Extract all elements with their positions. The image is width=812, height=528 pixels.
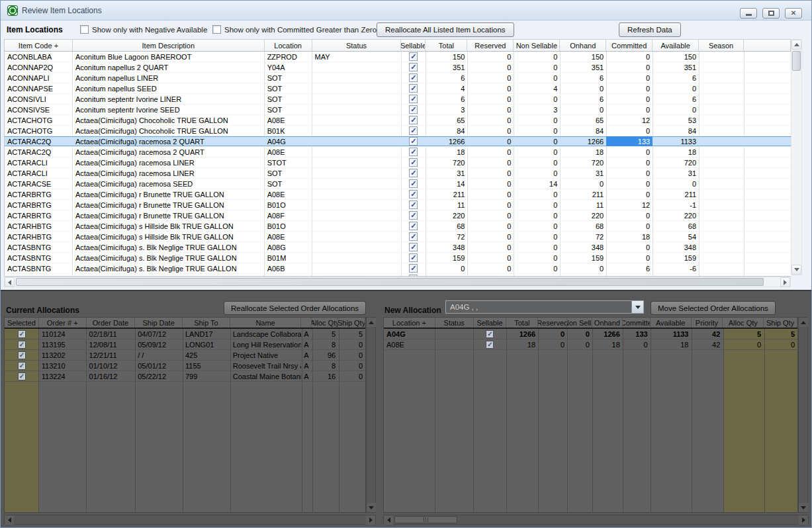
table-row[interactable]: ACTARAC2QActaea(Cimicifuga) racemosa 2 Q… (5, 136, 791, 147)
table-row[interactable]: ACTARAC2QActaea(Cimicifuga) racemosa 2 Q… (5, 147, 791, 157)
new-allocation-dropdown[interactable]: A04G , , (445, 300, 644, 314)
column-header[interactable]: Location (265, 40, 312, 51)
reallocate-selected-button[interactable]: Reallocate Selected Order Allocations (224, 301, 366, 315)
move-selected-button[interactable]: Move Selected Order Allocations (651, 301, 776, 315)
column-header[interactable]: Available (651, 318, 692, 328)
column-header[interactable]: Order # + (39, 318, 87, 328)
table-row[interactable]: ACTASBNTGActaea(Cimicifuga) s. Blk Negli… (5, 253, 791, 263)
column-header[interactable]: Item Description (73, 40, 265, 51)
column-header[interactable]: Alloc Qty (312, 318, 338, 328)
table-row[interactable]: ACTARBRTGActaea(Cimicifuga) r Brunette T… (5, 210, 791, 221)
scroll-right-button[interactable] (799, 515, 808, 525)
sellable-checkbox[interactable]: ✓ (409, 84, 418, 93)
sellable-checkbox[interactable]: ✓ (409, 264, 418, 273)
sellable-checkbox[interactable]: ✓ (409, 116, 418, 124)
dropdown-button[interactable] (631, 301, 643, 313)
column-header[interactable]: Available (653, 40, 699, 51)
table-row[interactable]: ✓11319512/08/1105/09/12LONG01Long Hill R… (5, 339, 365, 350)
minimize-button[interactable] (740, 8, 757, 19)
sellable-checkbox[interactable]: ✓ (409, 126, 418, 135)
table-row[interactable]: ✓11012402/18/1104/07/12LAND17Landscape C… (5, 329, 365, 339)
column-header[interactable]: Onhand (560, 40, 606, 51)
column-header[interactable]: Order Date (87, 318, 136, 328)
table-row[interactable]: A08E✓1800180184200 (384, 339, 797, 350)
scroll-left-button[interactable] (384, 515, 393, 525)
sellable-checkbox[interactable]: ✓ (409, 63, 418, 71)
column-header[interactable]: Location + (384, 318, 435, 328)
column-header[interactable]: Onhand (592, 318, 623, 328)
column-header[interactable]: Alloc Qty (723, 318, 764, 328)
item-table-vscrollbar[interactable] (791, 39, 802, 275)
table-row[interactable]: ACTARACLIActaea(Cimicifuga) racemosa LIN… (5, 168, 791, 179)
sellable-checkbox[interactable]: ✓ (409, 73, 418, 82)
selected-checkbox[interactable]: ✓ (18, 330, 26, 338)
table-row[interactable]: ACTACHOTGActaea(Cimicifuga) Chocoholic T… (5, 115, 791, 126)
selected-checkbox[interactable]: ✓ (18, 341, 26, 349)
new-allocation-header[interactable]: Location +StatusSellableTotalReservedNon… (384, 318, 797, 329)
new-allocation-hscrollbar[interactable] (383, 515, 809, 525)
current-allocations-header[interactable]: SelectedOrder # +Order DateShip DateShip… (5, 318, 365, 329)
column-header[interactable]: Ship Qty (338, 318, 365, 328)
column-header[interactable]: Status (435, 318, 474, 328)
column-header[interactable]: Reserved (538, 318, 567, 328)
refresh-data-button[interactable]: Refresh Data (619, 22, 681, 37)
item-table-header[interactable]: Item Code +Item DescriptionLocationStatu… (5, 40, 791, 52)
current-allocations-hscrollbar[interactable] (4, 515, 376, 525)
table-row[interactable]: ACTARBRTGActaea(Cimicifuga) r Brunette T… (5, 200, 791, 210)
vscroll-thumb[interactable] (792, 51, 801, 71)
column-header[interactable]: Total (506, 318, 538, 328)
column-header[interactable]: Committe (623, 318, 651, 328)
scroll-up-button[interactable] (791, 40, 801, 50)
table-row[interactable]: ACONSIVSEAconitum septentr Ivorine SEEDS… (5, 105, 791, 115)
sellable-checkbox[interactable]: ✓ (409, 148, 418, 156)
table-row[interactable]: ✓11321001/10/1205/01/121155Roosevelt Tra… (5, 361, 365, 371)
column-header[interactable]: Total (426, 40, 467, 51)
reallocate-all-button[interactable]: Reallocate All Listed Item Locations (377, 22, 514, 37)
sellable-checkbox[interactable]: ✓ (409, 158, 418, 167)
sellable-checkbox[interactable]: ✓ (409, 200, 418, 209)
negative-available-checkbox[interactable]: Show only with Negative Available (80, 25, 207, 34)
column-header[interactable]: Priority (692, 318, 723, 328)
item-table-hscrollbar[interactable] (4, 277, 791, 287)
committed-greater-zero-checkbox[interactable]: Show only with Committed Greater than Ze… (212, 25, 377, 34)
scroll-right-button[interactable] (780, 277, 790, 287)
scroll-right-button[interactable] (366, 515, 375, 525)
restore-button[interactable] (762, 8, 780, 19)
table-row[interactable]: ACTARACLIActaea(Cimicifuga) racemosa LIN… (5, 157, 791, 168)
sellable-checkbox[interactable]: ✓ (409, 179, 418, 188)
current-allocations-vscrollbar[interactable] (366, 317, 376, 513)
table-row[interactable]: ACONNAPSEAconitum napellus SEEDSOT✓40400… (5, 83, 791, 94)
column-header[interactable]: Reserved (467, 40, 514, 51)
column-header[interactable]: Sellable (401, 40, 426, 51)
column-header[interactable]: Ship Date (135, 318, 183, 328)
selected-checkbox[interactable]: ✓ (18, 351, 26, 359)
column-header[interactable]: Status (312, 40, 402, 51)
column-header[interactable]: Item Code + (5, 40, 73, 51)
sellable-checkbox[interactable]: ✓ (486, 341, 494, 349)
table-row[interactable]: ACONNAP2QAconitum napellus 2 QUARTY04A✓3… (5, 62, 791, 73)
scroll-left-button[interactable] (5, 515, 14, 525)
table-row[interactable]: A04G✓126600126613311334255 (384, 329, 797, 339)
scroll-down-button[interactable] (799, 503, 808, 512)
table-row[interactable]: ACTARACSEActaea(Cimicifuga) racemosa SEE… (5, 179, 791, 189)
sellable-checkbox[interactable]: ✓ (409, 222, 418, 230)
column-header[interactable]: Selected (5, 318, 39, 328)
hscroll-thumb[interactable] (394, 516, 457, 523)
column-header[interactable] (301, 318, 312, 328)
sellable-checkbox[interactable]: ✓ (409, 232, 418, 241)
sellable-checkbox[interactable]: ✓ (409, 95, 418, 103)
sellable-checkbox[interactable]: ✓ (409, 253, 418, 262)
sellable-checkbox[interactable]: ✓ (486, 330, 494, 338)
column-header[interactable]: Ship To (183, 318, 230, 328)
table-row[interactable]: ACTARBRTGActaea(Cimicifuga) r Brunette T… (5, 189, 791, 200)
column-header[interactable]: Non Sellable (514, 40, 560, 51)
table-row[interactable]: ACTASBNTGActaea(Cimicifuga) s. Blk Negli… (5, 263, 791, 274)
new-allocation-vscrollbar[interactable] (798, 317, 808, 513)
selected-checkbox[interactable]: ✓ (18, 373, 26, 380)
table-row[interactable]: ACTARHBTGActaea(Cimicifuga) s Hillside B… (5, 221, 791, 232)
column-header[interactable] (744, 40, 791, 51)
sellable-checkbox[interactable]: ✓ (409, 52, 418, 61)
sellable-checkbox[interactable]: ✓ (409, 211, 418, 220)
sellable-checkbox[interactable]: ✓ (409, 169, 418, 177)
hscroll-thumb[interactable] (16, 278, 764, 286)
